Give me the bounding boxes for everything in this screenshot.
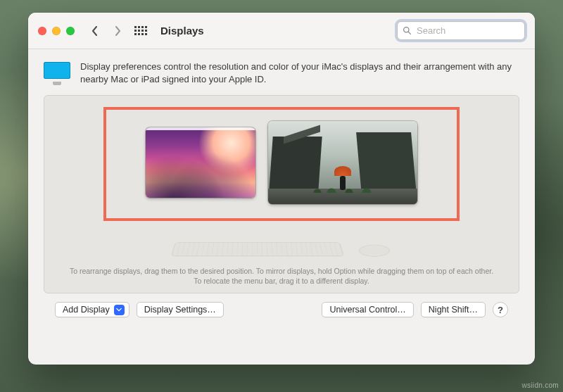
display-thumbnails [44, 121, 519, 204]
add-display-button[interactable]: Add Display [55, 302, 129, 317]
footer-buttons: Add Display Display Settings… Universal … [44, 293, 519, 327]
add-display-label: Add Display [63, 305, 110, 315]
display-thumbnail-1[interactable] [146, 127, 255, 198]
search-field[interactable] [397, 21, 525, 40]
displays-icon [44, 62, 70, 83]
zoom-window-button[interactable] [66, 27, 75, 35]
titlebar: Displays [28, 13, 535, 49]
search-input[interactable] [415, 25, 519, 37]
display-settings-label: Display Settings… [144, 305, 216, 315]
svg-line-1 [408, 32, 410, 34]
content-area: Display preferences control the resoluti… [28, 49, 535, 365]
watermark: wsiidn.com [522, 381, 559, 389]
peripherals-illustration [44, 239, 519, 259]
universal-control-label: Universal Control… [329, 305, 405, 315]
minimize-window-button[interactable] [52, 27, 61, 35]
mouse-icon [359, 245, 391, 257]
intro-text: Display preferences control the resoluti… [80, 61, 519, 85]
help-label: ? [498, 305, 503, 315]
universal-control-button[interactable]: Universal Control… [322, 302, 413, 317]
display-settings-button[interactable]: Display Settings… [137, 302, 224, 317]
show-all-prefs-button[interactable] [134, 24, 148, 38]
menu-bar-indicator[interactable] [146, 127, 255, 130]
forward-button[interactable] [110, 23, 125, 39]
display-arrangement-area[interactable]: To rearrange displays, drag them to the … [44, 95, 519, 293]
back-button[interactable] [87, 23, 103, 39]
search-icon [403, 26, 412, 35]
night-shift-label: Night Shift… [429, 305, 478, 315]
arrangement-hint: To rearrange displays, drag them to the … [44, 266, 519, 286]
display-thumbnail-2[interactable] [268, 121, 417, 204]
intro-row: Display preferences control the resoluti… [44, 61, 519, 85]
window-controls [38, 27, 75, 35]
close-window-button[interactable] [38, 27, 46, 35]
night-shift-button[interactable]: Night Shift… [421, 302, 486, 317]
help-button[interactable]: ? [493, 302, 508, 317]
keyboard-icon [171, 242, 344, 256]
chevron-down-icon [114, 305, 125, 315]
preferences-window: Displays Display preferences control the… [28, 13, 535, 365]
window-title: Displays [160, 25, 204, 37]
